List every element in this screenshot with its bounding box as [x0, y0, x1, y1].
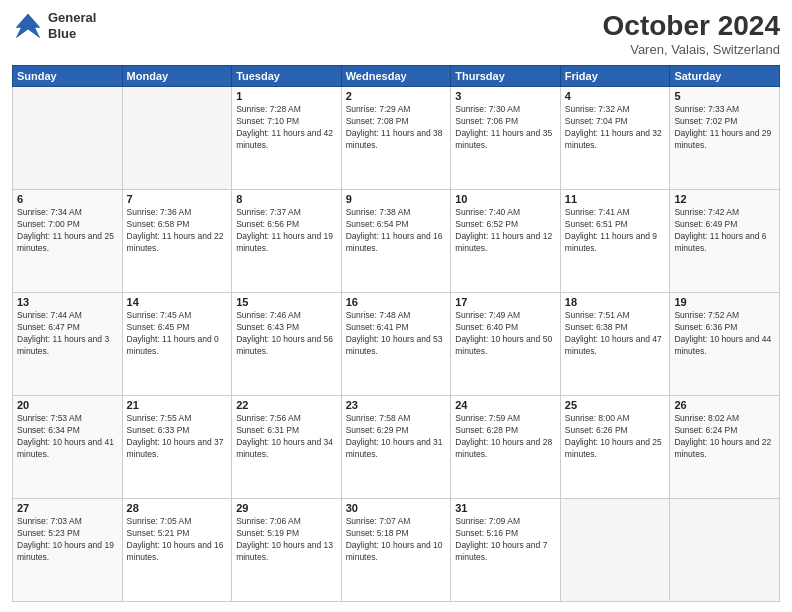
- day-info: Sunrise: 7:06 AMSunset: 5:19 PMDaylight:…: [236, 516, 337, 564]
- page: General Blue October 2024 Varen, Valais,…: [0, 0, 792, 612]
- day-number: 28: [127, 502, 228, 514]
- day-number: 31: [455, 502, 556, 514]
- day-info: Sunrise: 7:41 AMSunset: 6:51 PMDaylight:…: [565, 207, 666, 255]
- svg-marker-0: [16, 14, 41, 39]
- day-number: 29: [236, 502, 337, 514]
- day-number: 25: [565, 399, 666, 411]
- calendar-day-cell: 9Sunrise: 7:38 AMSunset: 6:54 PMDaylight…: [341, 190, 451, 293]
- calendar-day-header: Saturday: [670, 66, 780, 87]
- calendar-day-cell: 23Sunrise: 7:58 AMSunset: 6:29 PMDayligh…: [341, 396, 451, 499]
- calendar-day-cell: [560, 499, 670, 602]
- calendar-day-cell: 28Sunrise: 7:05 AMSunset: 5:21 PMDayligh…: [122, 499, 232, 602]
- location: Varen, Valais, Switzerland: [603, 42, 780, 57]
- day-number: 15: [236, 296, 337, 308]
- calendar-week-row: 13Sunrise: 7:44 AMSunset: 6:47 PMDayligh…: [13, 293, 780, 396]
- day-info: Sunrise: 7:56 AMSunset: 6:31 PMDaylight:…: [236, 413, 337, 461]
- day-number: 19: [674, 296, 775, 308]
- day-info: Sunrise: 7:42 AMSunset: 6:49 PMDaylight:…: [674, 207, 775, 255]
- day-info: Sunrise: 7:05 AMSunset: 5:21 PMDaylight:…: [127, 516, 228, 564]
- day-number: 2: [346, 90, 447, 102]
- logo-line2: Blue: [48, 26, 96, 42]
- day-info: Sunrise: 7:45 AMSunset: 6:45 PMDaylight:…: [127, 310, 228, 358]
- calendar-day-cell: 6Sunrise: 7:34 AMSunset: 7:00 PMDaylight…: [13, 190, 123, 293]
- calendar-day-cell: 10Sunrise: 7:40 AMSunset: 6:52 PMDayligh…: [451, 190, 561, 293]
- calendar-day-cell: 16Sunrise: 7:48 AMSunset: 6:41 PMDayligh…: [341, 293, 451, 396]
- calendar-day-cell: 20Sunrise: 7:53 AMSunset: 6:34 PMDayligh…: [13, 396, 123, 499]
- day-info: Sunrise: 7:32 AMSunset: 7:04 PMDaylight:…: [565, 104, 666, 152]
- day-number: 16: [346, 296, 447, 308]
- calendar-day-cell: 3Sunrise: 7:30 AMSunset: 7:06 PMDaylight…: [451, 87, 561, 190]
- day-number: 4: [565, 90, 666, 102]
- calendar-table: SundayMondayTuesdayWednesdayThursdayFrid…: [12, 65, 780, 602]
- calendar-day-cell: 2Sunrise: 7:29 AMSunset: 7:08 PMDaylight…: [341, 87, 451, 190]
- calendar-day-header: Friday: [560, 66, 670, 87]
- header: General Blue October 2024 Varen, Valais,…: [12, 10, 780, 57]
- calendar-day-cell: 25Sunrise: 8:00 AMSunset: 6:26 PMDayligh…: [560, 396, 670, 499]
- calendar-day-cell: 30Sunrise: 7:07 AMSunset: 5:18 PMDayligh…: [341, 499, 451, 602]
- calendar-day-cell: [670, 499, 780, 602]
- logo-line1: General: [48, 10, 96, 26]
- day-info: Sunrise: 7:03 AMSunset: 5:23 PMDaylight:…: [17, 516, 118, 564]
- day-info: Sunrise: 7:51 AMSunset: 6:38 PMDaylight:…: [565, 310, 666, 358]
- day-number: 11: [565, 193, 666, 205]
- day-info: Sunrise: 8:00 AMSunset: 6:26 PMDaylight:…: [565, 413, 666, 461]
- day-info: Sunrise: 7:34 AMSunset: 7:00 PMDaylight:…: [17, 207, 118, 255]
- day-number: 21: [127, 399, 228, 411]
- calendar-day-cell: [13, 87, 123, 190]
- calendar-day-cell: 17Sunrise: 7:49 AMSunset: 6:40 PMDayligh…: [451, 293, 561, 396]
- day-info: Sunrise: 7:38 AMSunset: 6:54 PMDaylight:…: [346, 207, 447, 255]
- day-info: Sunrise: 7:44 AMSunset: 6:47 PMDaylight:…: [17, 310, 118, 358]
- calendar-day-cell: 12Sunrise: 7:42 AMSunset: 6:49 PMDayligh…: [670, 190, 780, 293]
- day-info: Sunrise: 7:48 AMSunset: 6:41 PMDaylight:…: [346, 310, 447, 358]
- calendar-day-cell: 5Sunrise: 7:33 AMSunset: 7:02 PMDaylight…: [670, 87, 780, 190]
- day-number: 6: [17, 193, 118, 205]
- day-number: 30: [346, 502, 447, 514]
- calendar-day-cell: 19Sunrise: 7:52 AMSunset: 6:36 PMDayligh…: [670, 293, 780, 396]
- title-block: October 2024 Varen, Valais, Switzerland: [603, 10, 780, 57]
- calendar-week-row: 1Sunrise: 7:28 AMSunset: 7:10 PMDaylight…: [13, 87, 780, 190]
- day-number: 18: [565, 296, 666, 308]
- calendar-day-cell: 7Sunrise: 7:36 AMSunset: 6:58 PMDaylight…: [122, 190, 232, 293]
- day-number: 1: [236, 90, 337, 102]
- day-info: Sunrise: 7:37 AMSunset: 6:56 PMDaylight:…: [236, 207, 337, 255]
- calendar-day-cell: 22Sunrise: 7:56 AMSunset: 6:31 PMDayligh…: [232, 396, 342, 499]
- logo-text: General Blue: [48, 10, 96, 41]
- calendar-day-header: Monday: [122, 66, 232, 87]
- day-info: Sunrise: 7:46 AMSunset: 6:43 PMDaylight:…: [236, 310, 337, 358]
- calendar-day-cell: 15Sunrise: 7:46 AMSunset: 6:43 PMDayligh…: [232, 293, 342, 396]
- day-number: 17: [455, 296, 556, 308]
- calendar-day-cell: 27Sunrise: 7:03 AMSunset: 5:23 PMDayligh…: [13, 499, 123, 602]
- calendar-day-cell: 1Sunrise: 7:28 AMSunset: 7:10 PMDaylight…: [232, 87, 342, 190]
- day-info: Sunrise: 7:49 AMSunset: 6:40 PMDaylight:…: [455, 310, 556, 358]
- calendar-day-header: Thursday: [451, 66, 561, 87]
- day-info: Sunrise: 7:33 AMSunset: 7:02 PMDaylight:…: [674, 104, 775, 152]
- day-number: 26: [674, 399, 775, 411]
- calendar-day-cell: 31Sunrise: 7:09 AMSunset: 5:16 PMDayligh…: [451, 499, 561, 602]
- day-info: Sunrise: 7:40 AMSunset: 6:52 PMDaylight:…: [455, 207, 556, 255]
- day-info: Sunrise: 8:02 AMSunset: 6:24 PMDaylight:…: [674, 413, 775, 461]
- calendar-day-cell: 13Sunrise: 7:44 AMSunset: 6:47 PMDayligh…: [13, 293, 123, 396]
- day-number: 22: [236, 399, 337, 411]
- day-info: Sunrise: 7:58 AMSunset: 6:29 PMDaylight:…: [346, 413, 447, 461]
- day-number: 23: [346, 399, 447, 411]
- logo-icon: [12, 10, 44, 42]
- calendar-week-row: 20Sunrise: 7:53 AMSunset: 6:34 PMDayligh…: [13, 396, 780, 499]
- day-info: Sunrise: 7:52 AMSunset: 6:36 PMDaylight:…: [674, 310, 775, 358]
- calendar-day-cell: 21Sunrise: 7:55 AMSunset: 6:33 PMDayligh…: [122, 396, 232, 499]
- calendar-day-cell: 11Sunrise: 7:41 AMSunset: 6:51 PMDayligh…: [560, 190, 670, 293]
- calendar-week-row: 6Sunrise: 7:34 AMSunset: 7:00 PMDaylight…: [13, 190, 780, 293]
- calendar-day-header: Tuesday: [232, 66, 342, 87]
- day-info: Sunrise: 7:28 AMSunset: 7:10 PMDaylight:…: [236, 104, 337, 152]
- day-info: Sunrise: 7:36 AMSunset: 6:58 PMDaylight:…: [127, 207, 228, 255]
- calendar-day-cell: 18Sunrise: 7:51 AMSunset: 6:38 PMDayligh…: [560, 293, 670, 396]
- month-title: October 2024: [603, 10, 780, 42]
- day-number: 14: [127, 296, 228, 308]
- day-info: Sunrise: 7:09 AMSunset: 5:16 PMDaylight:…: [455, 516, 556, 564]
- logo: General Blue: [12, 10, 96, 42]
- day-number: 8: [236, 193, 337, 205]
- day-number: 20: [17, 399, 118, 411]
- calendar-day-header: Sunday: [13, 66, 123, 87]
- calendar-week-row: 27Sunrise: 7:03 AMSunset: 5:23 PMDayligh…: [13, 499, 780, 602]
- day-number: 10: [455, 193, 556, 205]
- calendar-day-cell: 4Sunrise: 7:32 AMSunset: 7:04 PMDaylight…: [560, 87, 670, 190]
